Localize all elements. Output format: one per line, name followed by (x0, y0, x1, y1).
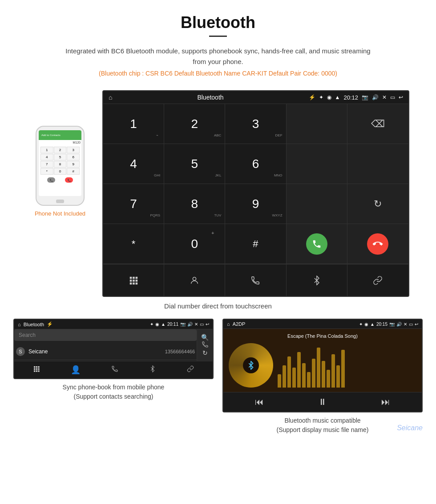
dial-key-8[interactable]: 8 TUV (164, 184, 225, 224)
pb-vol-icon[interactable]: 🔊 (187, 322, 193, 327)
pb-refresh-icon[interactable]: ↻ (202, 349, 208, 356)
signal-icon: ▲ (335, 94, 340, 100)
next-icon[interactable]: ⏭ (381, 397, 390, 407)
phone-key[interactable]: 0 (54, 168, 67, 175)
pb-location-icon: ◉ (155, 322, 159, 327)
dial-empty-1 (287, 104, 347, 144)
pb-bt-bottom-icon[interactable] (149, 365, 156, 374)
music-statusbar-left: ⌂ A2DP (227, 321, 245, 327)
svg-rect-0 (130, 276, 132, 279)
pb-win-icon[interactable]: ▭ (200, 322, 204, 327)
svg-point-9 (193, 277, 196, 280)
dial-key-2[interactable]: 2 ABC (164, 104, 225, 144)
dial-call-btn[interactable] (287, 224, 347, 264)
contacts-icon-btn[interactable] (164, 264, 225, 296)
music-win-icon[interactable]: ▭ (409, 322, 413, 327)
svg-rect-15 (38, 368, 40, 370)
dial-refresh[interactable]: ↻ (347, 184, 408, 224)
music-x-icon[interactable]: ✕ (404, 322, 407, 327)
dial-key-1[interactable]: 1 ⌁ (103, 104, 164, 144)
home-icon[interactable]: ⌂ (109, 94, 112, 101)
phone-key[interactable]: * (40, 168, 53, 175)
music-camera-icon[interactable]: 📷 (389, 322, 395, 327)
phone-key[interactable]: 2 (54, 147, 67, 153)
dial-key-hash[interactable]: # (225, 224, 286, 264)
phone-key[interactable]: 4 (40, 154, 53, 160)
status-time: 20:12 (343, 94, 358, 101)
phone-dialpad: 1 2 3 4 5 6 7 8 9 * 0 # (39, 145, 81, 176)
dial-key-0[interactable]: 0 + (164, 224, 225, 264)
phone-icon-btn[interactable] (225, 264, 286, 296)
dialpad-grid: 1 ⌁ 2 ABC 3 DEF ⌫ 4 GHI 5 JKL (103, 104, 408, 264)
pb-bt-icon: ✦ (150, 322, 153, 327)
phonebook-action-bar: 🔍 ↻ (197, 329, 213, 361)
eq-bar (327, 370, 330, 388)
phone-key[interactable]: # (67, 168, 80, 175)
end-call-button[interactable] (367, 233, 388, 255)
phonebook-screen: ⌂ Bluetooth ⚡ ✦ ◉ ▲ 20:11 📷 🔊 ✕ ▭ ↩ (13, 319, 214, 379)
statusbar-title: Bluetooth (197, 94, 223, 101)
pb-person-icon[interactable]: 👤 (71, 365, 81, 375)
phone-key[interactable]: 1 (40, 147, 53, 153)
pb-camera-icon[interactable]: 📷 (180, 322, 186, 327)
pb-home-icon[interactable]: ⌂ (18, 322, 21, 327)
music-signal-icon: ▲ (370, 322, 375, 327)
phonebook-search[interactable]: Search (14, 329, 197, 341)
phonebook-wrapper: ⌂ Bluetooth ⚡ ✦ ◉ ▲ 20:11 📷 🔊 ✕ ▭ ↩ (13, 319, 214, 435)
music-home-icon[interactable]: ⌂ (227, 321, 230, 327)
music-location-icon: ◉ (364, 322, 368, 327)
statusbar-left: ⌂ (109, 94, 112, 101)
phonebook-bottom-bar: 👤 (14, 361, 213, 378)
eq-bar (287, 356, 291, 388)
phonebook-contact-row[interactable]: S Seicane 13566664466 (14, 344, 197, 360)
dial-key-4[interactable]: 4 GHI (103, 144, 164, 184)
dial-key-7[interactable]: 7 PQRS (103, 184, 164, 224)
main-statusbar: ⌂ Bluetooth ⚡ ✦ ◉ ▲ 20:12 📷 🔊 ✕ ▭ ↩ (103, 91, 408, 104)
camera-icon[interactable]: 📷 (362, 94, 368, 100)
phone-key[interactable]: 3 (67, 147, 80, 153)
phonebook-caption-area: Sync phone-book from mobile phone (Suppo… (63, 383, 165, 401)
music-vol-icon[interactable]: 🔊 (396, 322, 402, 327)
dial-key-3[interactable]: 3 DEF (225, 104, 286, 144)
pb-link-icon[interactable] (187, 365, 194, 374)
grid-icon-btn[interactable] (103, 264, 164, 296)
phone-key[interactable]: 6 (67, 154, 80, 160)
link-icon-btn[interactable] (347, 264, 408, 296)
dial-key-9[interactable]: 9 WXYZ (225, 184, 286, 224)
window-icon[interactable]: ▭ (390, 94, 395, 100)
dialpad-bottom-bar (103, 264, 408, 296)
volume-icon[interactable]: 🔊 (372, 94, 379, 100)
pb-back-icon[interactable]: ↩ (206, 322, 209, 327)
call-button[interactable] (306, 233, 327, 255)
phone-key[interactable]: 9 (67, 161, 80, 168)
bt-icon: ✦ (319, 94, 323, 100)
pb-call-icon[interactable] (202, 341, 209, 349)
dial-key-star[interactable]: * (103, 224, 164, 264)
back-icon[interactable]: ↩ (399, 94, 403, 100)
phone-key[interactable]: 7 (40, 161, 53, 168)
disc-inner (243, 357, 259, 373)
equalizer (278, 343, 416, 388)
pb-grid-icon[interactable] (33, 365, 40, 374)
play-pause-icon[interactable]: ⏸ (318, 397, 327, 407)
music-back-icon[interactable]: ↩ (415, 322, 418, 327)
close-icon[interactable]: ✕ (382, 94, 387, 100)
phone-key[interactable]: 8 (54, 161, 67, 168)
dial-backspace[interactable]: ⌫ (347, 104, 408, 144)
phone-key[interactable]: 5 (54, 154, 67, 160)
dial-key-5[interactable]: 5 JKL (164, 144, 225, 184)
pb-search-icon[interactable]: 🔍 (201, 334, 209, 341)
music-title: A2DP (233, 321, 246, 327)
music-wrapper: ⌂ A2DP ✦ ◉ ▲ 20:15 📷 🔊 ✕ ▭ ↩ Escape (The (222, 319, 423, 435)
svg-rect-11 (36, 366, 37, 368)
prev-icon[interactable]: ⏮ (255, 397, 264, 407)
pb-x-icon[interactable]: ✕ (194, 322, 198, 327)
phone-home-btn[interactable] (56, 200, 64, 203)
phone-not-included-label: Phone Not Included (35, 210, 85, 217)
pb-phone-icon[interactable] (111, 365, 118, 374)
dial-end-call-btn[interactable] (347, 224, 408, 264)
bt-icon-btn[interactable] (287, 264, 347, 296)
bottom-screens: ⌂ Bluetooth ⚡ ✦ ◉ ▲ 20:11 📷 🔊 ✕ ▭ ↩ (0, 319, 436, 435)
pb-time: 20:11 (167, 322, 178, 327)
dial-key-6[interactable]: 6 MNO (225, 144, 286, 184)
